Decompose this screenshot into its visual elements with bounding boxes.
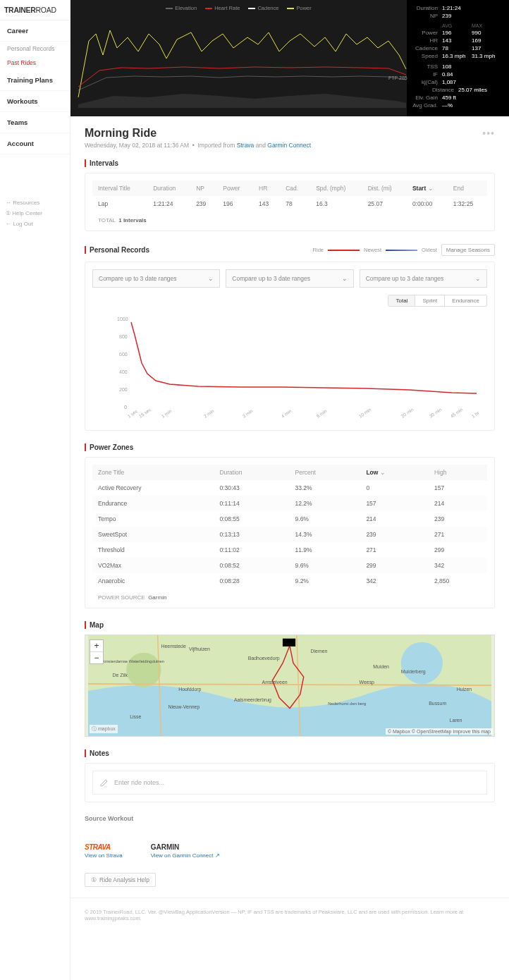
- edit-icon: [100, 778, 109, 787]
- source-workout-label: Source Workout: [85, 815, 495, 822]
- svg-text:2 min: 2 min: [203, 408, 215, 419]
- pr-curve-chart[interactable]: 1000 800 600 400 200 0 1 sec 15 sec: [92, 314, 487, 423]
- tab-total[interactable]: Total: [388, 295, 415, 306]
- ride-telemetry-chart[interactable]: FTP 285: [74, 13, 410, 108]
- svg-text:1 sec: 1 sec: [127, 408, 139, 419]
- ride-menu-icon[interactable]: •••: [482, 128, 495, 139]
- sort-start[interactable]: Start ⌄: [407, 180, 448, 196]
- zone-row[interactable]: Endurance0:11:1412.2%157214: [92, 496, 487, 511]
- svg-text:0: 0: [124, 405, 127, 410]
- pr-header: Personal Records: [85, 246, 149, 254]
- svg-text:Lisse: Lisse: [130, 714, 141, 719]
- garmin-brand: GARMIN: [151, 843, 220, 851]
- svg-text:1 hr: 1 hr: [471, 410, 481, 419]
- interval-row[interactable]: Lap1:21:242391961437816.325.070:00:001:3…: [92, 196, 487, 212]
- svg-text:Laren: Laren: [450, 718, 462, 723]
- zones-header: Power Zones: [85, 443, 495, 451]
- svg-text:FTP 285: FTP 285: [388, 75, 407, 80]
- legend-heart-rate[interactable]: Heart Rate: [205, 5, 240, 11]
- svg-text:30 min: 30 min: [429, 407, 443, 419]
- help-icon: ①: [91, 876, 97, 883]
- strava-link[interactable]: Strava: [237, 142, 255, 149]
- map-zoom-out[interactable]: −: [90, 652, 103, 663]
- nav-resources[interactable]: ↔ Resources: [6, 197, 64, 208]
- manage-seasons-button[interactable]: Manage Seasons: [441, 244, 495, 256]
- legend-cadence[interactable]: Cadence: [248, 5, 278, 11]
- zones-table: Zone TitleDurationPercentLow ⌄High Activ…: [92, 465, 487, 589]
- page-footer: © 2019 TrainerRoad, LLC. Ver. @ViewBag.A…: [70, 898, 509, 932]
- ride-stats-panel: Duration1:21:24 NP239 AVGMAX Power196990…: [407, 0, 509, 116]
- svg-text:800: 800: [119, 334, 128, 339]
- nav-workouts[interactable]: Workouts: [0, 91, 70, 112]
- map-header: Map: [85, 621, 495, 629]
- notes-header: Notes: [85, 749, 495, 757]
- zone-row[interactable]: Active Recovery0:30:4333.2%0157: [92, 480, 487, 496]
- svg-text:Aalsmeerderbrug: Aalsmeerderbrug: [234, 697, 271, 703]
- svg-text:Vijfhuizen: Vijfhuizen: [189, 647, 210, 652]
- svg-text:200: 200: [119, 387, 128, 392]
- date-range-select-1[interactable]: Compare up to 3 date ranges⌄: [92, 269, 220, 288]
- svg-text:Badhoevedorp: Badhoevedorp: [248, 656, 280, 661]
- svg-text:10 min: 10 min: [358, 407, 372, 419]
- legend-power[interactable]: Power: [287, 5, 311, 11]
- svg-text:Weesp: Weesp: [360, 680, 374, 685]
- tab-sprint[interactable]: Sprint: [415, 295, 445, 306]
- svg-text:5 min: 5 min: [316, 408, 328, 419]
- svg-text:1 min: 1 min: [161, 408, 173, 419]
- map-zoom-in[interactable]: +: [90, 640, 103, 652]
- intervals-header: Intervals: [85, 159, 495, 167]
- nav-personal-records[interactable]: Personal Records: [0, 42, 70, 56]
- garmin-link[interactable]: Garmin Connect: [267, 142, 311, 149]
- svg-text:1000: 1000: [117, 317, 128, 321]
- logo[interactable]: TRAINERROAD: [0, 0, 70, 20]
- svg-text:Nederhorst den berg: Nederhorst den berg: [328, 702, 366, 706]
- nav-career[interactable]: Career: [0, 20, 70, 42]
- svg-text:15 sec: 15 sec: [138, 407, 152, 419]
- nav-training-plans[interactable]: Training Plans: [0, 70, 70, 91]
- zone-row[interactable]: Threshold0:11:0211.9%271299: [92, 542, 487, 558]
- svg-text:400: 400: [119, 369, 128, 374]
- date-range-select-3[interactable]: Compare up to 3 date ranges⌄: [360, 269, 487, 288]
- ride-meta: Wednesday, May 02, 2018 at 11:36 AM • Im…: [85, 140, 495, 159]
- svg-text:Heemstede: Heemstede: [161, 644, 186, 649]
- ride-map[interactable]: HeemstedeVijfhuizen BadhoevedorpDiemen H…: [85, 635, 495, 737]
- svg-text:600: 600: [119, 352, 128, 357]
- nav-help-center[interactable]: ① Help Center: [6, 208, 64, 219]
- svg-text:Amstelveen: Amstelveen: [262, 680, 288, 685]
- map-attribution[interactable]: © Mapbox © OpenStreetMap Improve this ma…: [386, 728, 493, 735]
- view-on-garmin-link[interactable]: View on Garmin Connect ↗: [151, 852, 220, 859]
- svg-point-20: [126, 653, 161, 687]
- zone-row[interactable]: Tempo0:08:559.6%214239: [92, 511, 487, 527]
- tab-endurance[interactable]: Endurance: [445, 295, 486, 306]
- svg-text:Muiderberg: Muiderberg: [401, 669, 426, 675]
- svg-text:De Zilk: De Zilk: [113, 673, 128, 678]
- zone-row[interactable]: Anaerobic0:08:289.2%3422,850: [92, 573, 487, 589]
- strava-brand: STRAVA: [85, 843, 123, 851]
- svg-text:Diemen: Diemen: [311, 649, 328, 654]
- notes-input[interactable]: Enter ride notes...: [92, 771, 487, 795]
- svg-text:20 min: 20 min: [400, 407, 415, 419]
- nav-logout[interactable]: ← Log Out: [6, 219, 64, 229]
- svg-text:Muiden: Muiden: [373, 664, 389, 669]
- svg-text:Amsterdamse Waterleidingduinen: Amsterdamse Waterleidingduinen: [102, 659, 164, 663]
- zone-row[interactable]: SweetSpot0:13:1314.3%239271: [92, 527, 487, 542]
- ride-analysis-help-button[interactable]: ① Ride Analysis Help: [85, 873, 156, 887]
- date-range-select-2[interactable]: Compare up to 3 date ranges⌄: [226, 269, 353, 288]
- zone-row[interactable]: VO2Max0:08:529.6%299342: [92, 558, 487, 573]
- svg-point-21: [401, 642, 443, 684]
- ride-title: Morning Ride: [85, 127, 157, 140]
- svg-text:Nieuw-Vennep: Nieuw-Vennep: [168, 704, 200, 710]
- svg-text:Bussum: Bussum: [429, 701, 446, 706]
- view-on-strava-link[interactable]: View on Strava: [85, 852, 123, 859]
- svg-text:45 min: 45 min: [450, 407, 464, 419]
- ride-chart-header: Elevation Heart Rate Cadence Power FTP 2…: [70, 0, 509, 116]
- sort-low[interactable]: Low ⌄: [360, 465, 429, 480]
- svg-text:3 min: 3 min: [242, 408, 254, 419]
- svg-text:Huizen: Huizen: [457, 687, 472, 692]
- nav-account[interactable]: Account: [0, 133, 70, 154]
- nav-past-rides[interactable]: Past Rides: [0, 56, 70, 70]
- nav-teams[interactable]: Teams: [0, 112, 70, 133]
- svg-text:Hoofddorp: Hoofddorp: [178, 687, 201, 692]
- sidebar: TRAINERROAD Career Personal Records Past…: [0, 0, 70, 980]
- legend-elevation[interactable]: Elevation: [166, 5, 197, 11]
